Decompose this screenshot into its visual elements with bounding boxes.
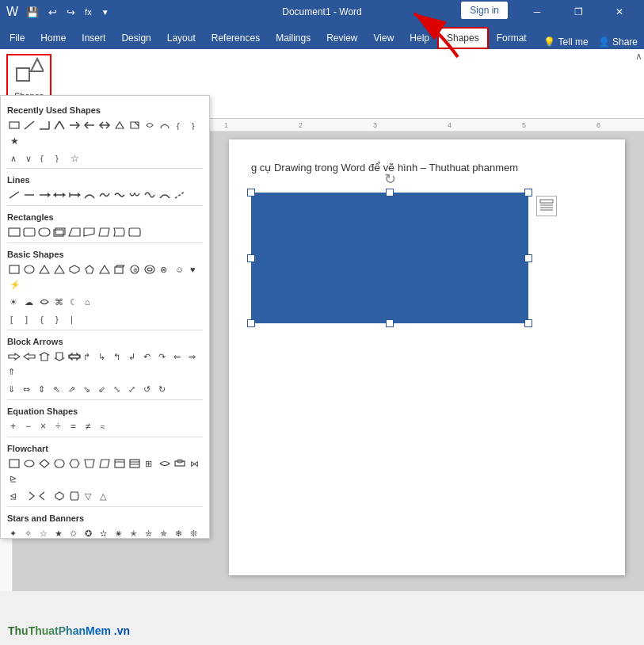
shape-item[interactable]: ☀	[7, 295, 21, 309]
shape-item[interactable]: ⇒	[188, 349, 202, 364]
tab-shapes[interactable]: Shapes	[437, 27, 489, 49]
shape-item[interactable]	[143, 118, 157, 132]
shape-item[interactable]	[22, 188, 36, 202]
shape-item[interactable]	[67, 489, 82, 503]
close-button[interactable]: ✕	[601, 0, 638, 24]
shape-item[interactable]	[97, 225, 112, 239]
shape-item[interactable]: ↰	[112, 349, 127, 364]
customize-button[interactable]: ▼	[98, 6, 112, 18]
tab-mailings[interactable]: Mailings	[268, 27, 318, 49]
shape-item[interactable]	[52, 262, 67, 277]
shape-item[interactable]	[158, 118, 172, 132]
shape-item[interactable]: {	[37, 151, 51, 165]
shape-item[interactable]: ↶	[143, 349, 157, 364]
shape-item[interactable]	[112, 118, 127, 132]
shape-item[interactable]: ✩	[67, 526, 82, 539]
shape-item[interactable]	[67, 188, 82, 202]
shape-item[interactable]: ⇗	[67, 382, 82, 396]
tab-insert[interactable]: Insert	[74, 27, 113, 49]
shape-item[interactable]	[7, 262, 21, 277]
tab-help[interactable]: Help	[402, 27, 437, 49]
shape-item[interactable]: ≈	[97, 419, 112, 433]
shape-item[interactable]	[67, 262, 82, 277]
shape-item[interactable]: ▽	[82, 489, 97, 503]
shape-item[interactable]: ❊	[188, 526, 202, 539]
shape-item[interactable]	[173, 188, 187, 202]
shape-item[interactable]	[82, 188, 97, 202]
handle-middle-right[interactable]	[524, 254, 532, 262]
shape-item[interactable]: ]	[22, 312, 36, 326]
shape-item[interactable]	[52, 118, 67, 132]
shape-item[interactable]	[7, 349, 21, 364]
shape-item[interactable]: =	[67, 419, 82, 433]
shape-item[interactable]: ✧	[22, 526, 36, 539]
shape-item[interactable]: ⇕	[37, 382, 51, 396]
shape-item[interactable]: ⇖	[52, 382, 67, 396]
tab-review[interactable]: Review	[318, 27, 365, 49]
shape-item[interactable]: ⇐	[173, 349, 187, 364]
shape-item[interactable]: }	[52, 151, 67, 165]
shape-item[interactable]	[112, 456, 127, 471]
shape-item[interactable]	[37, 349, 51, 364]
shape-item[interactable]	[112, 262, 127, 277]
shape-item[interactable]	[82, 118, 97, 132]
handle-bottom-right[interactable]	[524, 319, 532, 327]
shape-item[interactable]: {	[37, 312, 51, 326]
shape-item[interactable]	[128, 188, 142, 202]
shape-item[interactable]: }	[188, 118, 202, 132]
shape-item[interactable]	[82, 456, 97, 471]
shape-item[interactable]	[173, 456, 187, 471]
redo-button[interactable]: ↪	[63, 5, 78, 20]
shape-item[interactable]	[112, 225, 127, 239]
shape-item[interactable]: ↻	[158, 382, 172, 396]
shape-item[interactable]: ✯	[158, 526, 172, 539]
shape-item[interactable]	[158, 188, 172, 202]
shape-item[interactable]	[67, 349, 82, 364]
shape-item[interactable]	[22, 262, 36, 277]
shape-item[interactable]	[128, 118, 142, 132]
shape-item[interactable]: ⚡	[7, 277, 21, 292]
shape-item[interactable]: ⇙	[97, 382, 112, 396]
shape-item[interactable]	[22, 225, 36, 239]
shape-item[interactable]: ⊗	[158, 262, 172, 277]
shape-item[interactable]: ★	[7, 133, 21, 147]
shape-item[interactable]: ☁	[22, 295, 36, 309]
shape-item[interactable]: ✭	[128, 526, 142, 539]
shape-item[interactable]	[97, 118, 112, 132]
shape-item[interactable]	[97, 188, 112, 202]
shape-item[interactable]	[7, 225, 21, 239]
signin-button[interactable]: Sign in	[461, 2, 508, 19]
shape-item[interactable]	[112, 188, 127, 202]
shape-item[interactable]	[37, 118, 51, 132]
shape-item[interactable]: ⌂	[82, 295, 97, 309]
shape-item[interactable]: ☾	[67, 295, 82, 309]
shape-item[interactable]: ♥	[188, 262, 202, 277]
shape-item[interactable]	[82, 262, 97, 277]
shape-item[interactable]	[158, 456, 172, 471]
shape-item[interactable]	[52, 225, 67, 239]
shape-item[interactable]: ⇘	[82, 382, 97, 396]
shape-item[interactable]: ⇔	[22, 382, 36, 396]
shape-item[interactable]: ❄	[173, 526, 187, 539]
shape-item[interactable]: }	[52, 312, 67, 326]
shape-item[interactable]: ⤡	[112, 382, 127, 396]
handle-bottom-center[interactable]	[386, 319, 394, 327]
tab-design[interactable]: Design	[113, 27, 158, 49]
shape-item[interactable]: ⇑	[7, 364, 21, 379]
rotate-handle[interactable]: ↻	[384, 170, 396, 188]
shape-item[interactable]	[37, 295, 51, 309]
tab-view[interactable]: View	[366, 27, 402, 49]
shape-item[interactable]: |	[67, 312, 82, 326]
minimize-button[interactable]: ─	[519, 0, 555, 24]
shape-item[interactable]	[37, 225, 51, 239]
undo-button[interactable]: ↩	[45, 5, 60, 20]
shape-item[interactable]	[22, 118, 36, 132]
handle-top-center[interactable]	[386, 189, 394, 197]
shape-item[interactable]	[52, 188, 67, 202]
shape-item[interactable]: ✫	[97, 526, 112, 539]
shape-item[interactable]: ✪	[82, 526, 97, 539]
shape-item[interactable]	[67, 225, 82, 239]
shape-item[interactable]: ↲	[128, 349, 142, 364]
shape-item[interactable]: △	[97, 489, 112, 503]
shape-item[interactable]: ↺	[143, 382, 157, 396]
